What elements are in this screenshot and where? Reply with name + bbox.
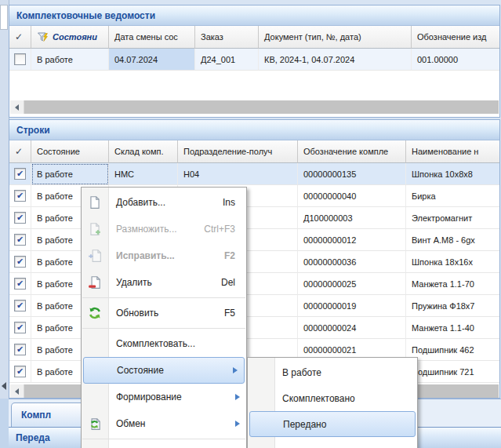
left-strip-bottom [0,399,9,448]
menu-separator [82,297,245,298]
row-checkbox[interactable] [14,278,26,290]
submenu-arrow-icon [235,394,240,400]
menu-separator [82,439,245,439]
cell-name[interactable]: Подшипник 721 [406,361,499,383]
cell-code[interactable]: Д100000003 [298,207,406,229]
cell-code[interactable]: 00000000024 [298,317,406,339]
document-delete-icon [88,275,102,290]
column-header-warehouse[interactable]: Склад комп. [109,140,178,163]
row-checkbox[interactable] [14,344,26,355]
row-checkbox-cell [9,251,31,273]
scroll-left-arrow-icon [15,388,19,395]
row-checkbox-cell [9,295,31,317]
row-checkbox[interactable] [14,53,26,65]
row-checkbox-cell [9,163,31,185]
vedomosti-column-headers: ✓ Состояни Дата смены сос Заказ Документ… [9,26,499,49]
submenu-arrow-icon [233,367,238,373]
column-header-date[interactable]: Дата смены сос [109,26,195,49]
cell-state[interactable]: В работе [31,163,109,185]
cell-code[interactable]: 00000000135 [298,163,406,185]
cell-designation[interactable]: 001.00000 [412,49,499,71]
menu-item-delete[interactable]: Удалить Del [82,269,246,296]
cell-order[interactable]: Д24_001 [195,49,259,71]
column-header-name[interactable]: Наименование н [406,140,499,163]
panel-vedomosti-header: Комплектовочные ведомости [9,5,499,26]
document-new-icon [88,195,102,209]
vedomosti-row[interactable]: В работе 04.07.2024 Д24_001 КВ, 2024-1, … [9,49,499,71]
cell-name[interactable]: Подшипник 462 [406,339,499,361]
menu-item-duplicate: Размножить... Ctrl+F3 [82,216,246,242]
row-checkbox[interactable] [14,212,26,224]
menu-item-add[interactable]: Добавить... Ins [82,189,246,216]
check-column-icon: ✓ [15,146,23,157]
cell-code[interactable]: 00000000025 [298,273,406,295]
scroll-left-arrow-icon [15,104,19,111]
submenu-item-transferred[interactable]: Передано [249,411,416,437]
cell-code[interactable]: 00000000040 [298,185,406,207]
submenu-item-clipped[interactable] [248,437,417,448]
cell-department[interactable]: Н04 [178,163,298,185]
cell-name[interactable]: Шпонка 10х8х8 [406,163,499,185]
cell-code[interactable]: 00000000012 [298,229,406,251]
cell-document[interactable]: КВ, 2024-1, 04.07.2024 [259,49,412,71]
scroll-left-button[interactable] [10,100,24,114]
stroki-column-headers: ✓ Состояние Склад комп. Подразделение-по… [9,140,499,163]
cell-name[interactable]: Манжета 1.1-40 [406,317,499,339]
menu-item-edit: Исправить... F2 [82,242,246,269]
submenu-item-assembled[interactable]: Скомплектовано [248,385,417,411]
row-checkbox[interactable] [14,366,26,377]
table-row[interactable]: В работе НМС Н04 00000000135 Шпонка 10х8… [9,163,499,185]
bottom-tab[interactable]: Компл [11,402,86,427]
menu-separator [82,328,245,329]
column-header-document[interactable]: Документ (тип, №, дата) [259,26,412,49]
row-checkbox-cell [9,49,31,71]
row-checkbox[interactable] [14,322,26,333]
menu-item-exchange[interactable]: Обмен [82,410,246,437]
menu-item-state[interactable]: Состояние [83,357,245,384]
column-header-select-all[interactable]: ✓ [9,140,31,163]
column-header-designation[interactable]: Обозначение изд [412,26,499,49]
row-checkbox[interactable] [14,300,26,311]
row-checkbox[interactable] [14,168,26,180]
submenu-arrow-icon [235,421,240,427]
menu-item-refresh[interactable]: Обновить F5 [82,300,246,326]
cell-name[interactable]: Шпонка 18х16х [406,251,499,273]
left-strip-box [0,5,8,30]
column-header-code[interactable]: Обозначение компле [298,140,406,163]
cell-name[interactable]: Пружина Ф18х7 [406,295,499,317]
cell-date-selected[interactable]: 04.07.2024 [109,49,195,71]
submenu-item-in-progress[interactable]: В работе [248,359,417,385]
scroll-left-button[interactable] [10,384,24,398]
column-header-state[interactable]: Состояни [31,26,109,49]
row-checkbox-cell [9,229,31,251]
menu-item-formation[interactable]: Формирование [82,384,246,410]
cell-code[interactable]: 00000000036 [298,251,406,273]
row-checkbox[interactable] [14,234,26,246]
cell-warehouse[interactable]: НМС [109,163,178,185]
menu-item-assemble[interactable]: Скомплектовать... [82,330,246,357]
row-checkbox-cell [9,361,31,383]
row-checkbox[interactable] [14,190,26,202]
cell-name[interactable]: Бирка [406,185,499,207]
filter-lightning-icon [37,31,49,43]
cell-code[interactable]: 00000000019 [298,295,406,317]
column-header-select-all[interactable]: ✓ [9,26,31,49]
cell-name[interactable]: Электромагнит [406,207,499,229]
cell-name[interactable]: Манжета 1.1-70 [406,273,499,295]
row-checkbox-cell [9,339,31,361]
context-menu: Добавить... Ins Размножить... Ctrl+F3 Ис… [81,187,247,448]
panel-vedomosti: Комплектовочные ведомости ✓ Состояни Дат… [9,5,500,118]
column-header-order[interactable]: Заказ [195,26,259,49]
row-checkbox[interactable] [14,256,26,268]
app-window: Комплектовочные ведомости ✓ Состояни Дат… [0,0,501,448]
vedomosti-horizontal-scrollbar[interactable] [10,100,499,114]
column-header-department[interactable]: Подразделение-получ [178,140,298,163]
exchange-icon [88,417,102,431]
column-header-state[interactable]: Состояние [31,140,109,163]
refresh-icon [88,306,102,320]
panel-vedomosti-title: Комплектовочные ведомости [16,10,155,21]
cell-name[interactable]: Винт А.М8 - 6gх [406,229,499,251]
check-column-icon: ✓ [15,31,23,42]
splitter-collapse-arrow-icon[interactable] [2,382,6,390]
cell-state[interactable]: В работе [31,49,109,71]
